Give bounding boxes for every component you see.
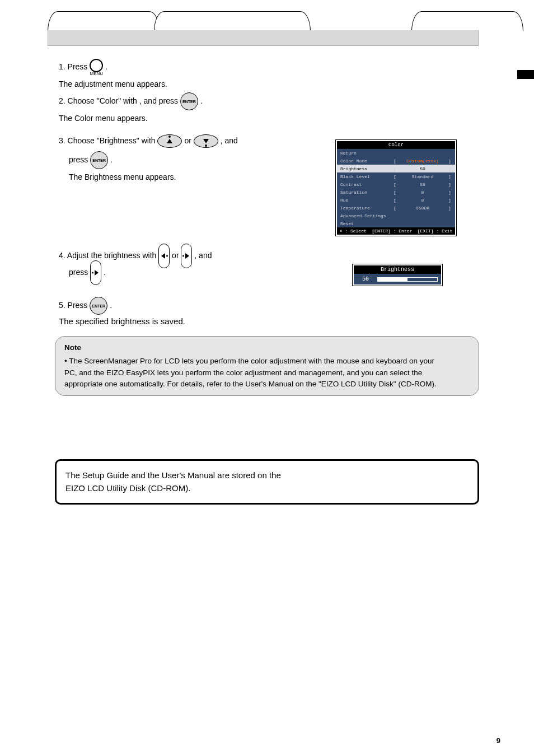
- step4-text-c: , and: [194, 251, 212, 260]
- step2-result: The Color menu appears.: [59, 114, 475, 123]
- osd-color-menu: Color ReturnColor Mode[Custom(xxxx)]Brig…: [336, 140, 456, 236]
- step4-text-b: or: [172, 251, 181, 260]
- osd-row-label: Contrast: [340, 182, 394, 187]
- osd-row-label: Saturation: [340, 190, 394, 195]
- step2-text-a: 2. Choose "Color" with: [59, 96, 139, 105]
- enter-button-icon: ENTER: [180, 92, 198, 110]
- note-title: Note: [64, 342, 470, 353]
- osd-footer-enter: [ENTER] : Enter: [372, 228, 412, 234]
- osd-row-label: Return: [340, 151, 394, 156]
- step1-result: The adjustment menu appears.: [59, 80, 475, 88]
- step3-text-d: press: [69, 155, 90, 164]
- page-number: 9: [496, 736, 500, 745]
- osd-row-label: Hue: [340, 198, 394, 203]
- step1-text-b: .: [105, 62, 107, 71]
- osd-row-label: Temperature: [340, 206, 394, 211]
- step3-text-b: or: [184, 136, 193, 145]
- step4-text-d: press: [69, 268, 90, 277]
- osd-row[interactable]: Brightness[50]: [337, 165, 455, 172]
- step2-text-b: , and press: [139, 96, 180, 105]
- osd-row-label: Color Mode: [340, 158, 394, 164]
- osd-row-value: 50: [397, 182, 448, 187]
- step1-text-a: 1. Press: [59, 62, 90, 71]
- osd-row[interactable]: Saturation[0]: [337, 188, 455, 196]
- osd-row[interactable]: Return: [337, 149, 455, 157]
- saved-text: The specified brightness is saved.: [59, 316, 185, 326]
- osd-row[interactable]: Black Level[Standard]: [337, 172, 455, 180]
- tab-bar: [48, 30, 479, 46]
- step-2: 2. Choose "Color" with , and press ENTER…: [59, 92, 475, 123]
- step-1: 1. Press MENU . The adjustment menu appe…: [59, 59, 475, 88]
- osd-row-label: Black Level: [340, 174, 394, 179]
- osd-title: Color: [337, 141, 455, 149]
- osd-row-value: 50: [397, 166, 448, 171]
- brightness-value: 50: [357, 276, 374, 282]
- enter-button-icon-2: ENTER: [90, 151, 108, 169]
- step5-text-b: .: [110, 301, 112, 310]
- tab-row: [48, 11, 473, 45]
- osd-row[interactable]: Contrast[50]: [337, 180, 455, 188]
- up-button-icon: [157, 134, 182, 148]
- tab-2[interactable]: [154, 11, 311, 31]
- info-line-2: EIZO LCD Utility Disk (CD-ROM).: [65, 482, 469, 494]
- brightness-title: Brightness: [354, 265, 441, 274]
- step2-text-c: .: [200, 96, 203, 105]
- osd-row-value: 6500K: [397, 206, 448, 211]
- step3-text-c: , and: [221, 136, 238, 145]
- brightness-popup: Brightness 50: [353, 264, 442, 286]
- menu-button-icon: [90, 59, 103, 72]
- osd-row-value: 0: [397, 190, 448, 195]
- side-tab: [517, 70, 534, 79]
- osd-row-value: Custom(xxxx): [397, 158, 448, 164]
- osd-row-value: 0: [397, 198, 448, 203]
- osd-footer-select: ⬍ : Select: [340, 228, 367, 234]
- step3-text-a: 3. Choose "Brightness" with: [59, 136, 157, 145]
- osd-footer: ⬍ : Select [ENTER] : Enter [EXIT] : Exit: [337, 227, 455, 235]
- note-line-2: PC, and the EIZO EasyPIX lets you perfor…: [64, 367, 470, 379]
- note-line-3: appropriate one automatically. For detai…: [64, 379, 470, 390]
- down-button-icon: [194, 134, 218, 148]
- info-box: The Setup Guide and the User's Manual ar…: [55, 459, 479, 505]
- info-line-1: The Setup Guide and the User's Manual ar…: [65, 469, 469, 482]
- brightness-bar: [377, 277, 438, 282]
- osd-row[interactable]: Color Mode[Custom(xxxx)]: [337, 157, 455, 165]
- enter-button-icon-3: ENTER: [90, 297, 107, 315]
- note-box: Note • The ScreenManager Pro for LCD let…: [55, 336, 479, 396]
- tab-4[interactable]: [411, 11, 523, 31]
- osd-row-label: Reset: [340, 221, 394, 226]
- osd-row-value: Standard: [397, 174, 448, 179]
- step4-text-a: 4. Adjust the brightness with: [59, 251, 158, 260]
- osd-row[interactable]: Advanced Settings: [337, 212, 455, 220]
- osd-footer-exit: [EXIT] : Exit: [418, 228, 452, 234]
- osd-row-label: Brightness: [340, 166, 394, 171]
- step3-text-e: .: [110, 155, 113, 164]
- step-5: 5. Press ENTER .: [59, 297, 475, 315]
- step5-text-a: 5. Press: [59, 301, 90, 310]
- osd-row[interactable]: Reset: [337, 220, 455, 227]
- note-line-1: • The ScreenManager Pro for LCD lets you…: [64, 356, 470, 367]
- osd-row[interactable]: Temperature[6500K]: [337, 204, 455, 212]
- osd-row[interactable]: Hue[0]: [337, 196, 455, 204]
- step4-text-e: .: [104, 268, 106, 277]
- osd-row-label: Advanced Settings: [340, 213, 394, 218]
- tab-1[interactable]: [48, 11, 160, 31]
- right-button-icon-2: [90, 260, 101, 285]
